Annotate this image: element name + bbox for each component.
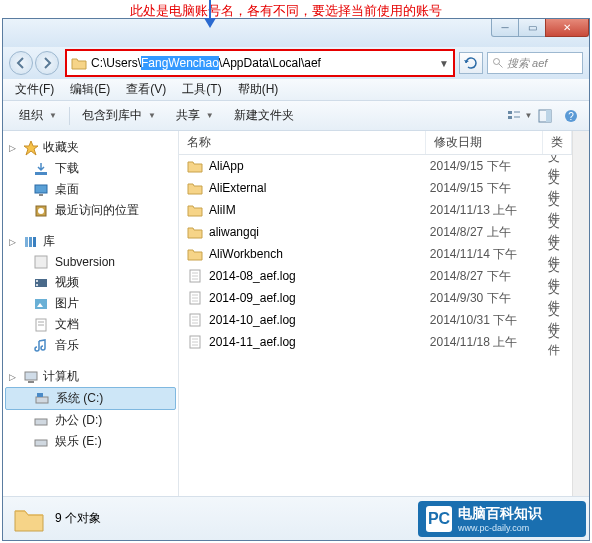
file-row[interactable]: 2014-11_aef.log2014/11/18 上午文件 — [179, 331, 572, 353]
desktop-icon — [33, 182, 49, 198]
view-icon — [506, 108, 522, 124]
svg-point-25 — [36, 284, 38, 286]
arrow-left-icon — [13, 55, 29, 71]
file-type-cell: 文件 — [548, 325, 572, 359]
file-name: 2014-10_aef.log — [209, 313, 296, 327]
file-row[interactable]: 2014-09_aef.log2014/9/30 下午文件 — [179, 287, 572, 309]
view-options-button[interactable]: ▼ — [507, 105, 531, 127]
refresh-button[interactable] — [459, 52, 483, 74]
svg-point-3 — [494, 59, 500, 65]
nav-item-recent[interactable]: 最近访问的位置 — [3, 200, 178, 221]
search-icon — [492, 57, 504, 69]
nav-item-desktop[interactable]: 桌面 — [3, 179, 178, 200]
nav-item-documents[interactable]: 文档 — [3, 314, 178, 335]
nav-label: 娱乐 (E:) — [55, 433, 102, 450]
include-in-library-button[interactable]: 包含到库中▼ — [72, 104, 166, 127]
nav-item-drive-c[interactable]: 系统 (C:) — [5, 387, 176, 410]
nav-item-subversion[interactable]: Subversion — [3, 252, 178, 272]
file-date-cell: 2014/11/18 上午 — [430, 334, 548, 351]
nav-item-videos[interactable]: 视频 — [3, 272, 178, 293]
file-row[interactable]: AliIM2014/11/13 上午文件 — [179, 199, 572, 221]
vertical-scrollbar[interactable] — [572, 131, 589, 496]
menu-view[interactable]: 查看(V) — [118, 79, 174, 100]
navigation-pane[interactable]: ▷ 收藏夹 下载 桌面 最近访问的位置 — [3, 131, 179, 496]
file-icon — [187, 312, 203, 328]
address-input[interactable]: C:\Users\FangWenchao\AppData\Local\aef — [91, 56, 435, 70]
nav-label: 音乐 — [55, 337, 79, 354]
search-input[interactable]: 搜索 aef — [487, 52, 583, 74]
new-folder-button[interactable]: 新建文件夹 — [224, 104, 304, 127]
address-dropdown[interactable]: ▼ — [435, 58, 453, 69]
file-row[interactable]: 2014-08_aef.log2014/8/27 下午文件 — [179, 265, 572, 287]
svg-text:?: ? — [568, 111, 574, 122]
file-list-pane: 名称 修改日期 类 AliApp2014/9/15 下午文件AliExterna… — [179, 131, 572, 496]
expand-icon: ▷ — [9, 372, 19, 382]
file-row[interactable]: AliWorkbench2014/11/14 下午文件 — [179, 243, 572, 265]
help-button[interactable]: ? — [559, 105, 583, 127]
file-name: AliIM — [209, 203, 236, 217]
document-icon — [33, 317, 49, 333]
drive-icon — [33, 434, 49, 450]
nav-label: Subversion — [55, 255, 115, 269]
nav-libraries-header[interactable]: ▷ 库 — [3, 231, 178, 252]
file-name: AliWorkbench — [209, 247, 283, 261]
minimize-button[interactable]: ─ — [491, 19, 519, 37]
nav-item-drive-d[interactable]: 办公 (D:) — [3, 410, 178, 431]
nav-label: 图片 — [55, 295, 79, 312]
menu-tools[interactable]: 工具(T) — [174, 79, 229, 100]
address-highlighted: FangWenchao — [141, 56, 219, 70]
preview-pane-button[interactable] — [533, 105, 557, 127]
svg-rect-26 — [35, 299, 47, 309]
menu-file[interactable]: 文件(F) — [7, 79, 62, 100]
annotation-text: 此处是电脑账号名，各有不同，要选择当前使用的账号 — [130, 2, 442, 20]
nav-item-downloads[interactable]: 下载 — [3, 158, 178, 179]
nav-label: 桌面 — [55, 181, 79, 198]
svg-rect-21 — [33, 237, 36, 247]
svg-rect-5 — [508, 111, 512, 114]
svg-point-24 — [36, 280, 38, 282]
toolbar-right: ▼ ? — [507, 105, 583, 127]
computer-icon — [23, 369, 39, 385]
close-button[interactable]: ✕ — [545, 19, 589, 37]
file-name: 2014-08_aef.log — [209, 269, 296, 283]
svg-rect-10 — [546, 110, 551, 122]
file-name-cell: AliExternal — [187, 180, 430, 196]
organize-button[interactable]: 组织▼ — [9, 104, 67, 127]
forward-button[interactable] — [35, 51, 59, 75]
maximize-button[interactable]: ▭ — [518, 19, 546, 37]
svg-marker-13 — [24, 141, 38, 155]
preview-icon — [537, 108, 553, 124]
column-date[interactable]: 修改日期 — [426, 131, 543, 154]
nav-computer-header[interactable]: ▷ 计算机 — [3, 366, 178, 387]
file-row[interactable]: AliApp2014/9/15 下午文件 — [179, 155, 572, 177]
file-name: AliApp — [209, 159, 244, 173]
menu-help[interactable]: 帮助(H) — [230, 79, 287, 100]
menu-bar: 文件(F) 编辑(E) 查看(V) 工具(T) 帮助(H) — [3, 79, 589, 101]
svg-marker-1 — [204, 18, 216, 28]
file-row[interactable]: 2014-10_aef.log2014/10/31 下午文件 — [179, 309, 572, 331]
file-list[interactable]: AliApp2014/9/15 下午文件AliExternal2014/9/15… — [179, 155, 572, 496]
explorer-window: ─ ▭ ✕ C:\Users\FangWenchao\AppData\Local… — [2, 18, 590, 541]
column-type[interactable]: 类 — [543, 131, 572, 154]
nav-item-drive-e[interactable]: 娱乐 (E:) — [3, 431, 178, 452]
nav-favorites-header[interactable]: ▷ 收藏夹 — [3, 137, 178, 158]
folder-icon — [187, 158, 203, 174]
svn-icon — [33, 254, 49, 270]
nav-item-pictures[interactable]: 图片 — [3, 293, 178, 314]
nav-computer-group: ▷ 计算机 系统 (C:) 办公 (D:) 娱乐 (E:) — [3, 366, 178, 452]
svg-rect-36 — [35, 440, 47, 446]
nav-libraries-group: ▷ 库 Subversion 视频 图片 文档 — [3, 231, 178, 356]
watermark-logo-icon: PC — [426, 506, 452, 532]
share-button[interactable]: 共享▼ — [166, 104, 224, 127]
file-row[interactable]: aliwangqi2014/8/27 上午文件 — [179, 221, 572, 243]
menu-edit[interactable]: 编辑(E) — [62, 79, 118, 100]
file-name-cell: AliIM — [187, 202, 430, 218]
nav-item-music[interactable]: 音乐 — [3, 335, 178, 356]
file-row[interactable]: AliExternal2014/9/15 下午文件 — [179, 177, 572, 199]
expand-icon: ▷ — [9, 143, 19, 153]
svg-rect-14 — [35, 172, 47, 175]
column-name[interactable]: 名称 — [179, 131, 426, 154]
download-icon — [33, 161, 49, 177]
back-button[interactable] — [9, 51, 33, 75]
file-date-cell: 2014/9/15 下午 — [430, 180, 548, 197]
